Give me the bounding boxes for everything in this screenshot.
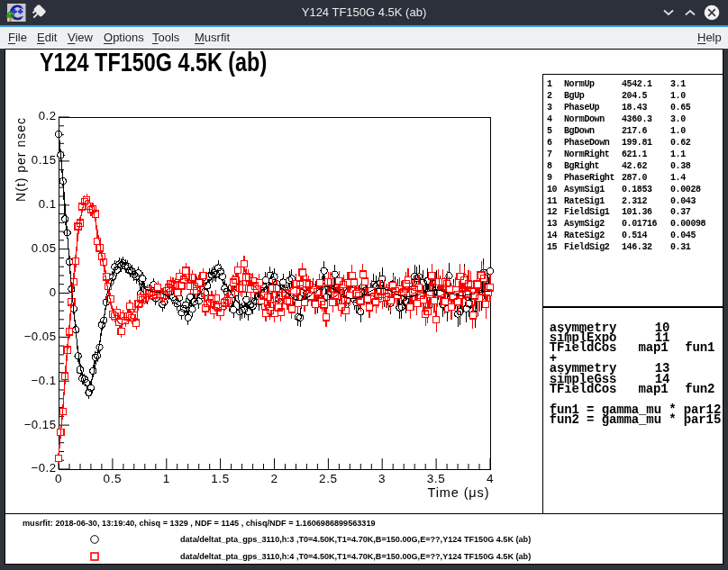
svg-text:0: 0: [50, 285, 57, 299]
svg-text:Time (μs): Time (μs): [427, 485, 489, 500]
svg-text:1: 1: [163, 472, 170, 485]
svg-text:1NormUp4542.13.1: 1NormUp4542.13.1: [547, 79, 686, 89]
svg-text:0.5: 0.5: [103, 472, 122, 485]
svg-text:5BgDown217.61.0: 5BgDown217.61.0: [547, 126, 686, 136]
svg-text:0.1: 0.1: [39, 197, 57, 211]
svg-text:7NormRight621.11.1: 7NormRight621.11.1: [547, 149, 686, 159]
svg-text:10AsymSig10.18530.0028: 10AsymSig10.18530.0028: [547, 185, 701, 195]
svg-text:14RateSig20.5140.045: 14RateSig20.5140.045: [547, 231, 696, 240]
svg-text:8BgRight42.620.38: 8BgRight42.620.38: [547, 161, 691, 171]
svg-text:2.5: 2.5: [319, 472, 338, 485]
svg-text:musrfit: 2018-06-30, 13:19:40,: musrfit: 2018-06-30, 13:19:40, chisq = 1…: [23, 519, 376, 528]
svg-text:Y124 TF150G 4.5K (ab): Y124 TF150G 4.5K (ab): [40, 50, 267, 77]
svg-text:1.5: 1.5: [211, 472, 230, 485]
svg-text:0.2: 0.2: [39, 109, 57, 122]
svg-text:2: 2: [270, 472, 278, 485]
svg-text:fun2 = gamma_mu * par15: fun2 = gamma_mu * par15: [550, 412, 721, 427]
svg-text:data/deltat_pta_gps_3110,h:3 ,: data/deltat_pta_gps_3110,h:3 ,T0=4.50K,T…: [180, 535, 531, 544]
svg-text:−0.05: −0.05: [24, 330, 57, 343]
svg-text:3PhaseUp18.430.65: 3PhaseUp18.430.65: [547, 103, 691, 113]
svg-text:−0.2: −0.2: [31, 461, 56, 475]
svg-text:6PhaseDown199.810.62: 6PhaseDown199.810.62: [547, 138, 691, 148]
svg-text:−0.15: −0.15: [24, 418, 57, 431]
svg-text:−0.1: −0.1: [31, 374, 56, 387]
svg-text:4: 4: [487, 472, 494, 485]
svg-text:3.5: 3.5: [427, 472, 446, 485]
svg-text:N(t) per nsec: N(t) per nsec: [14, 117, 28, 202]
svg-text:4NormDown4360.33.0: 4NormDown4360.33.0: [547, 114, 686, 124]
svg-text:0.05: 0.05: [32, 241, 57, 255]
svg-text:0.15: 0.15: [32, 153, 57, 167]
svg-text:13AsymSig20.017160.00098: 13AsymSig20.017160.00098: [547, 219, 706, 229]
svg-text:9PhaseRight287.01.4: 9PhaseRight287.01.4: [547, 173, 686, 183]
svg-text:2BgUp204.51.0: 2BgUp204.51.0: [547, 91, 686, 101]
svg-text:TFieldCosmap1fun1: TFieldCosmap1fun1: [550, 340, 715, 355]
svg-text:data/deltat_pta_gps_3110,h:4 ,: data/deltat_pta_gps_3110,h:4 ,T0=4.50K,T…: [180, 552, 531, 561]
svg-text:11RateSig12.3120.043: 11RateSig12.3120.043: [547, 196, 696, 206]
svg-text:TFieldCosmap1fun2: TFieldCosmap1fun2: [550, 382, 715, 396]
svg-text:3: 3: [378, 472, 386, 485]
svg-text:12FieldSig1101.360.37: 12FieldSig1101.360.37: [547, 207, 691, 217]
svg-text:15FieldSig2146.320.31: 15FieldSig2146.320.31: [547, 242, 691, 252]
